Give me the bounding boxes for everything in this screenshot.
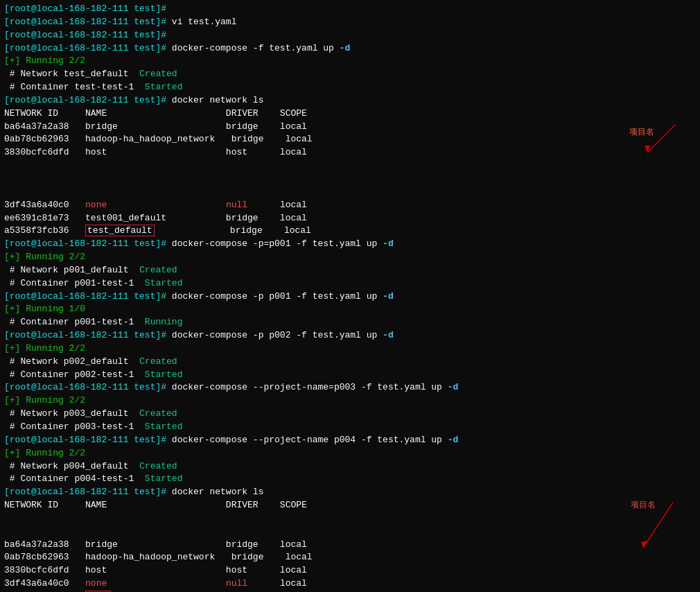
- line-running-p002: [+] Running 2/2: [4, 342, 696, 356]
- line-8: [root@local-168-182-111 test]# docker ne…: [4, 94, 696, 107]
- terminal-container: [root@local-168-182-111 test]# [root@loc…: [4, 3, 696, 592]
- line-container-p002-started: # Container p002-test-1 Started: [4, 369, 696, 382]
- line-running-p003: [+] Running 2/2: [4, 394, 696, 408]
- line-container-p004-started: # Container p004-test-1 Started: [4, 473, 696, 486]
- table1-row-3: 3830bcfc6dfd host host local项目名: [4, 146, 696, 198]
- line-network-p003-created: # Network p003_default Created: [4, 408, 696, 421]
- line-cmd-p-p001: [root@local-168-182-111 test]# docker-co…: [4, 290, 696, 304]
- table1-row-6: a5358f3fcb36 test_default bridge local: [4, 225, 696, 238]
- line-1: [root@local-168-182-111 test]#: [4, 3, 696, 16]
- network-table-1: NETWORK ID NAME DRIVER SCOPE ba64a37a2a3…: [4, 107, 696, 238]
- line-cmd-project-name-eq-p003: [root@local-168-182-111 test]# docker-co…: [4, 381, 696, 394]
- table2-row-3: 3830bcfc6dfd host host local: [4, 564, 696, 577]
- annotation-2-arrow: [635, 499, 690, 561]
- line-network-p002-created: # Network p002_default Created: [4, 356, 696, 369]
- table2-row-4: 3df43a6a40c0 none null local: [4, 577, 696, 591]
- line-5: [+] Running 2/2: [4, 55, 696, 68]
- line-cmd-p001-eq: [root@local-168-182-111 test]# docker-co…: [4, 238, 696, 251]
- table1-row-4: 3df43a6a40c0 none null local: [4, 199, 696, 212]
- line-container-p001-running: # Container p001-test-1 Running: [4, 316, 696, 329]
- table1-row-2: 0ab78cb62963 hadoop-ha_hadoop_network br…: [4, 133, 696, 146]
- line-6: # Network test_default Created: [4, 68, 696, 81]
- svg-marker-1: [645, 146, 650, 153]
- line-container-p003-started: # Container p003-test-1 Started: [4, 421, 696, 434]
- line-network-p001-created: # Network p001_default Created: [4, 264, 696, 277]
- table2-row-1: ba64a37a2a38 bridge bridge local: [4, 539, 696, 552]
- line-3: [root@local-168-182-111 test]#: [4, 29, 696, 42]
- table1-header: NETWORK ID NAME DRIVER SCOPE: [4, 107, 696, 121]
- line-container-p001-started: # Container p001-test-1 Started: [4, 277, 696, 290]
- network-table-2: NETWORK ID NAME DRIVER SCOPE项目名 ba64a37a…: [4, 499, 696, 592]
- line-4: [root@local-168-182-111 test]# docker-co…: [4, 42, 696, 55]
- test-default-highlight: test_default: [85, 225, 155, 236]
- table2-header: NETWORK ID NAME DRIVER SCOPE项目名: [4, 499, 696, 539]
- line-running-p004: [+] Running 2/2: [4, 447, 696, 460]
- line-cmd-project-name-p004: [root@local-168-182-111 test]# docker-co…: [4, 434, 696, 447]
- table1-row-1: ba64a37a2a38 bridge bridge local: [4, 121, 696, 134]
- line-2: [root@local-168-182-111 test]# vi test.y…: [4, 16, 696, 29]
- table2-row-2: 0ab78cb62963 hadoop-ha_hadoop_network br…: [4, 551, 696, 564]
- annotation-1-arrow: [640, 111, 689, 166]
- svg-line-0: [647, 125, 675, 153]
- line-running-p001-2: [+] Running 1/0: [4, 303, 696, 316]
- line-running-p001-1: [+] Running 2/2: [4, 251, 696, 264]
- terminal-output: [root@local-168-182-111 test]# [root@loc…: [4, 3, 696, 592]
- line-7: # Container test-test-1 Started: [4, 81, 696, 94]
- line-cmd-p-p002: [root@local-168-182-111 test]# docker-co…: [4, 329, 696, 342]
- line-docker-network-ls-2: [root@local-168-182-111 test]# docker ne…: [4, 486, 696, 499]
- line-network-p004-created: # Network p004_default Created: [4, 460, 696, 473]
- svg-line-2: [643, 503, 673, 548]
- table1-row-5: ee6391c81e73 test001_default bridge loca…: [4, 212, 696, 225]
